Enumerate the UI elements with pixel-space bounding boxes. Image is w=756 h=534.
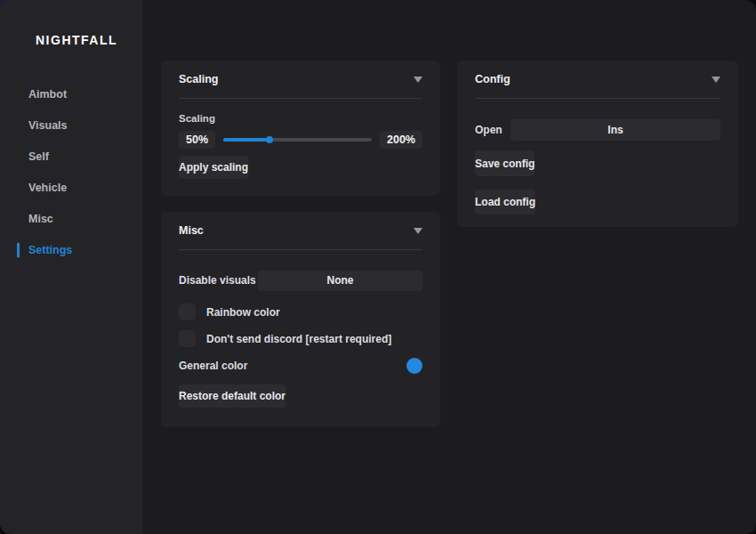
scaling-slider-row: 50% 200% [161,130,440,150]
open-label: Open [475,124,511,136]
divider [475,98,720,99]
load-config-button[interactable]: Load config [475,190,535,214]
misc-panel: Misc Disable visuals None Rainbow color … [161,212,440,427]
general-color-label: General color [179,360,247,372]
misc-panel-header: Misc [161,212,440,249]
disable-visuals-label: Disable visuals [179,274,256,287]
save-config-button[interactable]: Save config [475,150,535,176]
slider-fill [223,138,272,142]
open-keybind-row: Open Ins [475,119,720,141]
general-color-swatch[interactable] [406,358,422,374]
divider [179,249,422,250]
sidebar-item-settings[interactable]: Settings [0,234,142,265]
apply-scaling-button[interactable]: Apply scaling [179,156,248,179]
divider [179,98,422,99]
triangle-down-icon[interactable] [414,77,422,83]
sidebar-item-self[interactable]: Self [0,141,142,172]
config-panel-header: Config [457,61,738,98]
sidebar-item-aimbot[interactable]: Aimbot [0,78,142,109]
scaling-panel-header: Scaling [161,61,440,98]
scaling-panel-title: Scaling [179,73,218,85]
dont-send-discord-row[interactable]: Don't send discord [restart required] [179,330,422,347]
sidebar-nav: Aimbot Visuals Self Vehicle Misc Setting… [0,78,142,265]
scaling-slider[interactable] [223,138,372,142]
scaling-slider-label: Scaling [179,112,422,125]
triangle-down-icon[interactable] [712,77,720,83]
disable-visuals-dropdown[interactable]: None [258,271,422,291]
scaling-panel: Scaling Scaling 50% 200% Apply scaling [161,61,440,196]
sidebar: NIGHTFALL Aimbot Visuals Self Vehicle Mi… [0,0,142,534]
restore-default-color-button[interactable]: Restore default color [179,384,286,408]
slider-handle[interactable] [266,136,273,143]
slider-max-badge: 200% [380,131,422,149]
triangle-down-icon[interactable] [414,228,422,234]
config-panel-title: Config [475,73,511,85]
misc-panel-title: Misc [179,224,204,237]
rainbow-color-label: Rainbow color [206,306,280,319]
nightfall-window: NIGHTFALL Aimbot Visuals Self Vehicle Mi… [0,0,756,534]
dont-send-discord-label: Don't send discord [restart required] [206,333,391,345]
config-panel: Config Open Ins Save config Load config [457,61,738,227]
slider-min-badge: 50% [179,131,215,149]
sidebar-item-vehicle[interactable]: Vehicle [0,172,142,203]
disable-visuals-row: Disable visuals None [179,270,422,291]
dont-send-discord-checkbox[interactable] [179,330,196,347]
sidebar-item-misc[interactable]: Misc [0,203,142,234]
general-color-row: General color [179,358,422,374]
app-title: NIGHTFALL [0,0,142,47]
rainbow-color-checkbox[interactable] [179,303,196,320]
open-keybind-button[interactable]: Ins [511,119,720,141]
rainbow-color-row[interactable]: Rainbow color [179,303,422,320]
sidebar-item-visuals[interactable]: Visuals [0,109,142,141]
